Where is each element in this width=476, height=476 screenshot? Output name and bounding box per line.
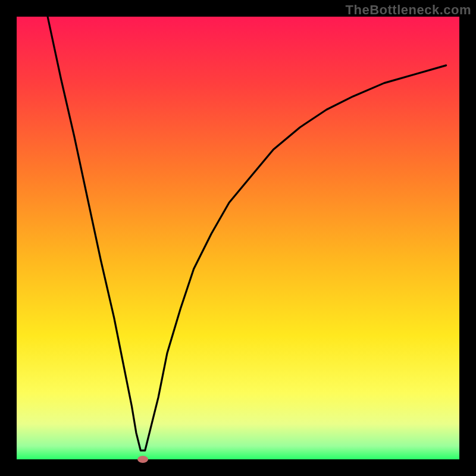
- chart-plot-area: [17, 17, 459, 459]
- optimal-point-marker: [137, 456, 148, 463]
- bottleneck-chart: [0, 0, 476, 476]
- chart-container: TheBottleneck.com: [0, 0, 476, 476]
- watermark-text: TheBottleneck.com: [346, 2, 471, 18]
